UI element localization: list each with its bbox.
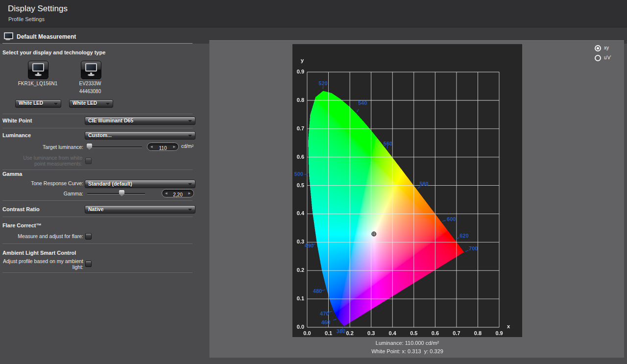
chevron-down-icon — [188, 135, 192, 137]
wavelength-label: 580 — [419, 181, 428, 187]
chevron-down-icon — [188, 120, 192, 122]
x-tick-label: 0.3 — [364, 330, 379, 336]
gamma-stepper[interactable]: ◂ 2,20 ▸ — [162, 189, 194, 197]
wavelength-label: 480 — [313, 288, 322, 294]
gamma-section-label: Gamma — [2, 171, 22, 177]
y-tick-label: 0.3 — [293, 239, 304, 244]
divider — [2, 217, 193, 217]
x-tick-label: 0.8 — [470, 330, 485, 336]
page-subtitle: Profile Settings — [8, 16, 45, 22]
x-tick-label: 0.0 — [300, 330, 314, 336]
wavelength-label: 560 — [384, 141, 392, 146]
wavelength-label: 500 — [294, 171, 303, 177]
wavelength-label: 460 — [321, 319, 330, 325]
white-point-label: White Point — [2, 118, 32, 123]
x-tick-label: 0.9 — [492, 330, 506, 336]
uv-radio-label: u'v' — [604, 55, 611, 60]
wavelength-label: 490 — [305, 243, 314, 248]
chevron-down-icon — [188, 209, 192, 211]
wavelength-label: 520 — [318, 80, 327, 86]
trc-label: Tone Response Curve: — [15, 180, 83, 186]
display-tech-dropdown-2[interactable]: White LED — [69, 99, 113, 108]
divider — [2, 114, 193, 114]
display-name-1: FKR1K_LQ156N1 — [10, 81, 66, 86]
y-axis-label: y — [301, 57, 304, 63]
flare-checkbox[interactable] — [85, 233, 92, 240]
decrement-arrow-icon[interactable]: ◂ — [150, 143, 153, 150]
select-display-prompt: Select your display and technology type — [2, 49, 105, 55]
y-tick-label: 0.0 — [293, 324, 304, 330]
chevron-down-icon — [54, 103, 58, 105]
x-axis-label: x — [507, 323, 510, 329]
target-luminance-slider-thumb[interactable] — [87, 144, 92, 150]
y-tick-label: 0.2 — [293, 267, 304, 273]
display-button-2[interactable] — [81, 61, 101, 79]
display-tech-dropdown-1[interactable]: White LED — [15, 99, 61, 108]
ambient-light-label: Ambient Light Smart Control — [2, 250, 76, 256]
page-title: Display Settings — [8, 4, 68, 14]
contrast-ratio-label: Contrast Ratio — [2, 206, 40, 212]
divider — [2, 43, 193, 44]
y-tick-label: 0.5 — [293, 182, 304, 188]
ambient-checkbox-label: Adjust profile based on my ambient light… — [2, 259, 83, 270]
display-serial-2: 44463080 — [62, 89, 118, 94]
uv-radio[interactable] — [595, 55, 601, 61]
use-wp-luminance-checkbox[interactable] — [85, 158, 92, 164]
increment-arrow-icon[interactable]: ▸ — [173, 143, 175, 150]
xy-radio[interactable] — [595, 45, 601, 51]
chromaticity-diagram: 0.00.10.20.30.40.50.60.70.80.90.00.10.20… — [292, 44, 522, 337]
divider — [2, 128, 193, 128]
ambient-checkbox[interactable] — [85, 261, 92, 267]
luminance-caption: Luminance: 110.000 cd/m² — [292, 340, 522, 346]
wavelength-label: 620 — [459, 233, 468, 239]
display-screen-icon — [32, 63, 44, 72]
use-wp-luminance-label: Use luminance from white point measureme… — [13, 155, 82, 167]
display-screen-icon — [85, 63, 97, 72]
chromaticity-canvas — [292, 44, 522, 337]
monitor-icon — [4, 32, 14, 41]
xy-radio-label: xy — [604, 45, 609, 50]
divider — [2, 200, 193, 201]
decrement-arrow-icon[interactable]: ◂ — [165, 190, 168, 197]
divider — [2, 170, 193, 170]
y-tick-label: 0.7 — [293, 125, 304, 131]
luminance-dropdown[interactable]: Custom... — [85, 131, 195, 140]
luminance-label: Luminance — [2, 132, 31, 138]
wavelength-label: 540 — [358, 100, 367, 106]
wavelength-label: 700 — [469, 245, 478, 251]
flare-correct-label: Flare Correct™ — [2, 222, 41, 228]
increment-arrow-icon[interactable]: ▸ — [188, 190, 191, 197]
y-tick-label: 0.9 — [293, 69, 304, 74]
wavelength-label: 600 — [447, 216, 456, 222]
y-tick-label: 0.8 — [293, 97, 304, 103]
x-tick-label: 0.7 — [449, 330, 464, 336]
wavelength-label: 470 — [320, 311, 329, 316]
window-header: Display Settings Profile Settings — [0, 0, 627, 27]
luminance-unit: cd/m² — [181, 144, 193, 149]
gamma-value-label: Gamma: — [15, 191, 83, 196]
white-point-caption: White Point: x: 0.313 y: 0.329 — [292, 348, 522, 354]
display-button-1[interactable] — [28, 61, 48, 79]
y-tick-label: 0.1 — [293, 295, 304, 301]
gamma-slider-track[interactable] — [87, 193, 145, 194]
target-luminance-label: Target luminance: — [15, 144, 83, 150]
y-tick-label: 0.4 — [293, 210, 304, 216]
wavelength-label: 380 — [337, 328, 345, 334]
x-tick-label: 0.1 — [321, 330, 336, 336]
section-title: Default Measurement — [17, 33, 76, 40]
chevron-down-icon — [106, 103, 110, 105]
x-tick-label: 0.4 — [385, 330, 400, 336]
target-luminance-stepper[interactable]: ◂ 110 ▸ — [147, 143, 179, 151]
target-luminance-slider-track[interactable] — [87, 146, 142, 147]
white-point-dropdown[interactable]: CIE Illuminant D65 — [85, 117, 195, 125]
contrast-ratio-dropdown[interactable]: Native — [85, 205, 195, 214]
flare-checkbox-label: Measure and adjust for flare: — [11, 233, 83, 239]
gamma-slider-thumb[interactable] — [119, 190, 124, 196]
x-tick-label: 0.6 — [428, 330, 442, 336]
y-tick-label: 0.6 — [293, 154, 304, 160]
display-name-2: EV2333W — [62, 81, 118, 86]
divider — [2, 272, 193, 273]
divider — [2, 243, 193, 244]
trc-dropdown[interactable]: Standard (default) — [85, 180, 195, 188]
chevron-down-icon — [188, 183, 192, 185]
